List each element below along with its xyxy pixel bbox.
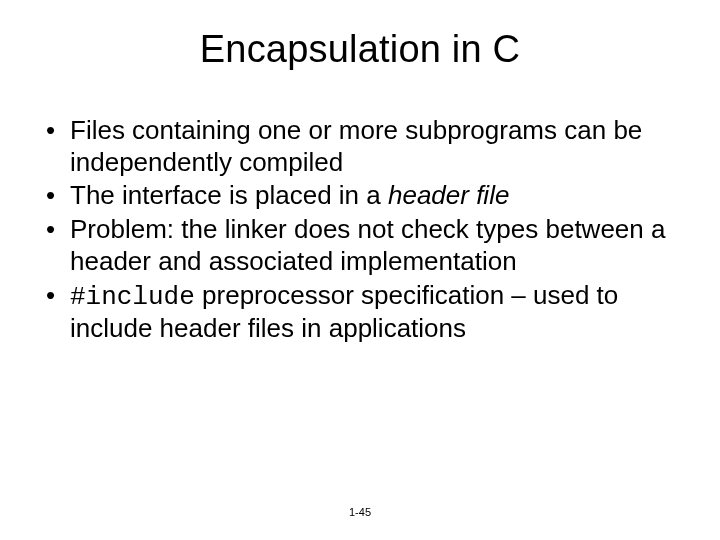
bullet-item: The interface is placed in a header file bbox=[40, 180, 672, 212]
bullet-code: #include bbox=[70, 282, 195, 312]
bullet-text: Problem: the linker does not check types… bbox=[70, 214, 665, 276]
bullet-text-em: header file bbox=[388, 180, 509, 210]
bullet-item: Problem: the linker does not check types… bbox=[40, 214, 672, 277]
bullet-text: Files containing one or more subprograms… bbox=[70, 115, 642, 177]
bullet-list: Files containing one or more subprograms… bbox=[40, 115, 680, 345]
slide-title: Encapsulation in C bbox=[40, 28, 680, 71]
slide-number: 1-45 bbox=[0, 506, 720, 518]
bullet-item: #include preprocessor specification – us… bbox=[40, 280, 672, 345]
bullet-text-pre: The interface is placed in a bbox=[70, 180, 388, 210]
slide: Encapsulation in C Files containing one … bbox=[0, 0, 720, 540]
bullet-item: Files containing one or more subprograms… bbox=[40, 115, 672, 178]
